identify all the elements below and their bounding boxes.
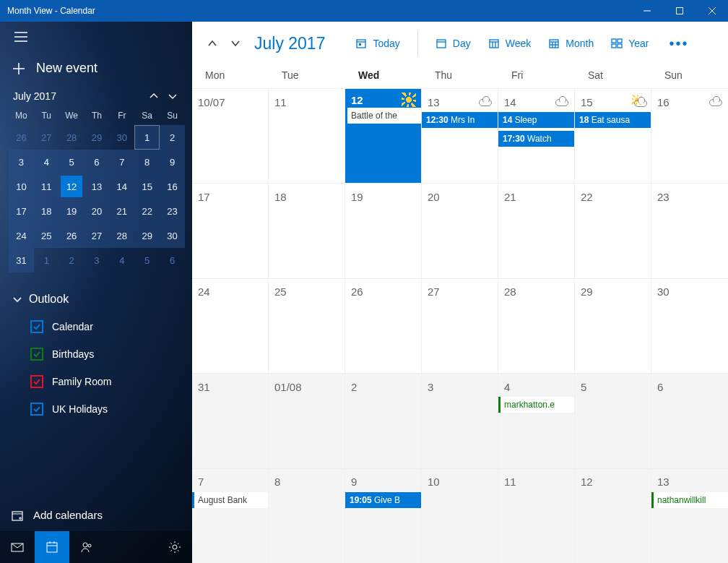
- today-button[interactable]: Today: [348, 33, 407, 53]
- mini-cal-day[interactable]: 30: [160, 223, 185, 248]
- day-cell[interactable]: 8: [269, 469, 345, 563]
- mini-cal-day[interactable]: 28: [59, 125, 84, 150]
- mini-cal-day[interactable]: 7: [109, 150, 134, 174]
- window-minimize-button[interactable]: [630, 0, 663, 22]
- day-cell[interactable]: 27: [422, 279, 498, 373]
- view-year-button[interactable]: Year: [604, 33, 656, 53]
- mini-cal-day[interactable]: 31: [9, 248, 34, 272]
- mini-cal-month[interactable]: July 2017: [13, 90, 56, 102]
- day-cell[interactable]: 19: [345, 184, 422, 278]
- prev-month-button[interactable]: [202, 33, 222, 53]
- day-cell[interactable]: 23: [651, 184, 728, 278]
- day-cell[interactable]: 25: [269, 279, 345, 373]
- add-calendars-button[interactable]: Add calendars: [0, 499, 192, 531]
- mini-cal-day[interactable]: 21: [109, 199, 134, 223]
- mini-cal-day[interactable]: 5: [134, 248, 160, 272]
- day-cell[interactable]: 6: [651, 374, 728, 468]
- mini-cal-day[interactable]: 1: [134, 125, 160, 150]
- mini-cal-day[interactable]: 3: [9, 150, 34, 174]
- new-event-button[interactable]: New event: [0, 49, 192, 90]
- day-cell[interactable]: 3: [422, 374, 498, 468]
- more-options-button[interactable]: •••: [664, 35, 695, 52]
- day-cell[interactable]: 22: [575, 184, 651, 278]
- mini-cal-day[interactable]: 25: [34, 223, 59, 248]
- day-cell[interactable]: 31: [192, 374, 269, 468]
- mini-cal-day[interactable]: 22: [134, 199, 160, 223]
- day-cell[interactable]: 21: [498, 184, 575, 278]
- mini-cal-day[interactable]: 30: [109, 125, 134, 150]
- event-chip[interactable]: 17:30 Watch: [498, 131, 574, 147]
- day-cell[interactable]: 24: [192, 279, 269, 373]
- account-toggle[interactable]: Outlook: [13, 288, 186, 313]
- day-cell[interactable]: 01/08: [269, 374, 345, 468]
- day-cell[interactable]: 29: [575, 279, 651, 373]
- mini-cal-day[interactable]: 29: [84, 125, 110, 150]
- day-cell[interactable]: 11: [498, 469, 575, 563]
- mini-cal-day[interactable]: 28: [109, 223, 134, 248]
- event-chip[interactable]: 14 Sleep: [498, 112, 574, 128]
- day-cell[interactable]: 28: [498, 279, 575, 373]
- mini-cal-day[interactable]: 19: [59, 199, 84, 223]
- mini-cal-day[interactable]: 15: [134, 174, 160, 199]
- day-cell[interactable]: 1518 Eat sausa: [575, 89, 651, 183]
- view-day-button[interactable]: Day: [428, 33, 478, 53]
- hamburger-button[interactable]: [0, 22, 192, 49]
- day-cell[interactable]: 10/07: [192, 89, 269, 183]
- mini-cal-day[interactable]: 29: [134, 223, 160, 248]
- mini-cal-day[interactable]: 6: [84, 150, 110, 174]
- mini-cal-day[interactable]: 23: [160, 199, 185, 223]
- view-week-button[interactable]: Week: [481, 33, 539, 53]
- mini-cal-day[interactable]: 11: [34, 174, 59, 199]
- day-cell[interactable]: 16: [651, 89, 728, 183]
- mini-cal-day[interactable]: 26: [9, 125, 34, 150]
- mini-cal-day[interactable]: 24: [9, 223, 34, 248]
- day-cell[interactable]: 4markhatton.e: [498, 374, 575, 468]
- mini-cal-day[interactable]: 8: [134, 150, 160, 174]
- event-chip[interactable]: 18 Eat sausa: [575, 112, 651, 128]
- view-month-button[interactable]: Month: [541, 33, 601, 53]
- mini-cal-day[interactable]: 14: [109, 174, 134, 199]
- day-cell[interactable]: 12Battle of the: [345, 89, 422, 183]
- mini-cal-day[interactable]: 4: [109, 248, 134, 272]
- mini-cal-day[interactable]: 17: [9, 199, 34, 223]
- mini-cal-day[interactable]: 6: [160, 248, 185, 272]
- mini-cal-day[interactable]: 2: [59, 248, 84, 272]
- day-cell[interactable]: 5: [575, 374, 651, 468]
- mini-cal-day[interactable]: 16: [160, 174, 185, 199]
- calendar-app-button[interactable]: [35, 531, 69, 563]
- event-chip[interactable]: 19:05 Give B: [345, 492, 421, 508]
- window-maximize-button[interactable]: [663, 0, 696, 22]
- window-close-button[interactable]: [696, 0, 728, 22]
- mini-cal-day[interactable]: 10: [9, 174, 34, 199]
- day-cell[interactable]: 26: [345, 279, 422, 373]
- event-chip[interactable]: Battle of the: [345, 108, 421, 124]
- mini-cal-day[interactable]: 27: [34, 125, 59, 150]
- day-cell[interactable]: 18: [269, 184, 345, 278]
- mail-app-button[interactable]: [0, 531, 35, 563]
- day-cell[interactable]: 20: [422, 184, 498, 278]
- mini-cal-day[interactable]: 26: [59, 223, 84, 248]
- mini-cal-prev[interactable]: [144, 92, 163, 100]
- day-cell[interactable]: 7August Bank: [192, 469, 269, 563]
- people-app-button[interactable]: [69, 531, 104, 563]
- day-cell[interactable]: 11: [269, 89, 345, 183]
- mini-cal-day[interactable]: 27: [84, 223, 110, 248]
- event-chip[interactable]: nathanwillkill: [651, 492, 728, 508]
- event-chip[interactable]: August Bank: [192, 492, 268, 508]
- mini-cal-day[interactable]: 1: [34, 248, 59, 272]
- mini-cal-day[interactable]: 9: [160, 150, 185, 174]
- event-chip[interactable]: markhatton.e: [498, 397, 574, 413]
- mini-cal-day[interactable]: 2: [160, 125, 185, 150]
- calendar-toggle[interactable]: UK Holidays: [13, 395, 186, 423]
- day-cell[interactable]: 17: [192, 184, 269, 278]
- day-cell[interactable]: 10: [422, 469, 498, 563]
- mini-cal-day[interactable]: 5: [59, 150, 84, 174]
- mini-cal-day[interactable]: 18: [34, 199, 59, 223]
- calendar-toggle[interactable]: Family Room: [13, 368, 186, 395]
- day-cell[interactable]: 2: [345, 374, 422, 468]
- calendar-toggle[interactable]: Calendar: [13, 313, 186, 340]
- day-cell[interactable]: 30: [651, 279, 728, 373]
- mini-cal-day[interactable]: 12: [59, 174, 84, 199]
- day-cell[interactable]: 13nathanwillkill: [651, 469, 728, 563]
- day-cell[interactable]: 12: [575, 469, 651, 563]
